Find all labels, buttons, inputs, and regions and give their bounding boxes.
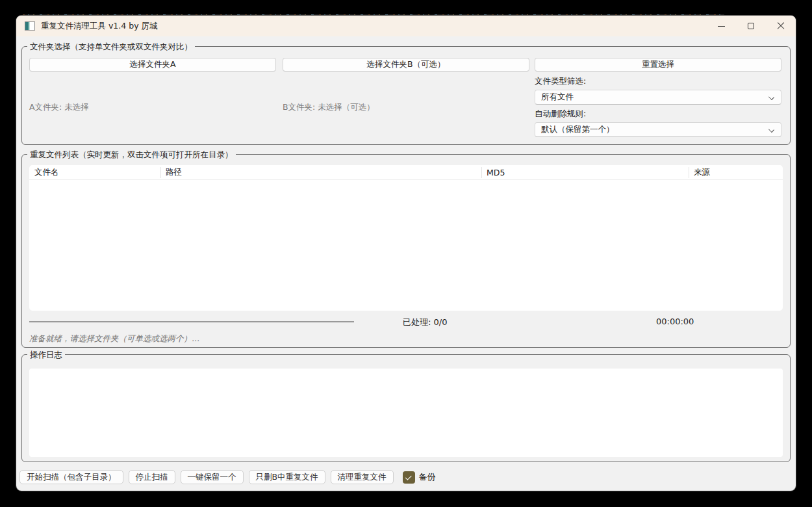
chevron-down-icon [768,127,774,133]
keep-one-button[interactable]: 一键保留一个 [181,470,244,484]
column-divider [160,167,161,178]
select-folder-a-button[interactable]: 选择文件夹A [29,58,276,72]
auto-delete-rule-label: 自动删除规则: [535,109,586,120]
window-controls [706,16,796,36]
clean-duplicates-button[interactable]: 清理重复文件 [331,470,394,484]
file-type-filter-combobox[interactable]: 所有文件 [535,90,781,105]
column-header-filename[interactable]: 文件名 [29,165,160,180]
elapsed-time-label: 00:00:00 [656,317,694,326]
duplicate-list-title: 重复文件列表（实时更新，双击文件项可打开所在目录） [27,149,236,160]
column-header-md5[interactable]: MD5 [481,165,689,180]
file-type-filter-value: 所有文件 [541,92,574,103]
minimize-icon [718,26,725,27]
start-scan-button[interactable]: 开始扫描（包含子目录） [19,470,123,484]
column-header-path[interactable]: 路径 [160,165,481,180]
table-body-empty[interactable] [29,180,783,310]
close-button[interactable] [766,16,796,36]
auto-delete-rule-value: 默认（保留第一个） [541,124,615,135]
column-header-source[interactable]: 来源 [689,165,783,180]
scan-progressbar [29,321,354,322]
maximize-button[interactable] [736,16,766,36]
operation-log-textarea[interactable] [29,369,783,457]
column-divider [689,167,689,178]
select-folder-b-button[interactable]: 选择文件夹B（可选） [283,58,529,72]
log-group-title: 操作日志 [27,349,65,360]
delete-b-duplicates-button[interactable]: 只删B中重复文件 [249,470,325,484]
status-message: 准备就绪，请选择文件夹（可单选或选两个）... [29,333,199,344]
table-header-row: 文件名 路径 MD5 来源 [29,165,783,180]
backup-label: 备份 [419,471,436,483]
app-icon [25,21,35,31]
folder-b-status: B文件夹: 未选择（可选） [283,102,375,113]
folder-group-title: 文件夹选择（支持单文件夹或双文件夹对比） [27,41,195,52]
minimize-button[interactable] [706,16,736,36]
folder-a-status: A文件夹: 未选择 [29,102,89,113]
maximize-icon [748,23,754,29]
stop-scan-button[interactable]: 停止扫描 [129,470,175,484]
auto-delete-rule-combobox[interactable]: 默认（保留第一个） [535,122,781,137]
action-button-row: 开始扫描（包含子目录） 停止扫描 一键保留一个 只删B中重复文件 清理重复文件 … [19,469,436,485]
close-icon [777,22,785,30]
duplicate-file-table[interactable]: 文件名 路径 MD5 来源 [29,165,783,311]
reset-selection-button[interactable]: 重置选择 [535,58,781,72]
file-type-filter-label: 文件类型筛选: [535,76,586,87]
processed-count-label: 已处理: 0/0 [403,317,447,328]
app-window: 重复文件清理工具 v1.4 by 厉城 文件夹选择（支持单文件夹或双文件夹对比）… [16,16,796,491]
check-icon [405,473,411,480]
window-title: 重复文件清理工具 v1.4 by 厉城 [41,21,158,32]
backup-option: 备份 [403,471,436,484]
backup-checkbox[interactable] [403,471,415,484]
column-divider [481,167,482,178]
titlebar: 重复文件清理工具 v1.4 by 厉城 [16,16,796,36]
chevron-down-icon [768,94,774,100]
